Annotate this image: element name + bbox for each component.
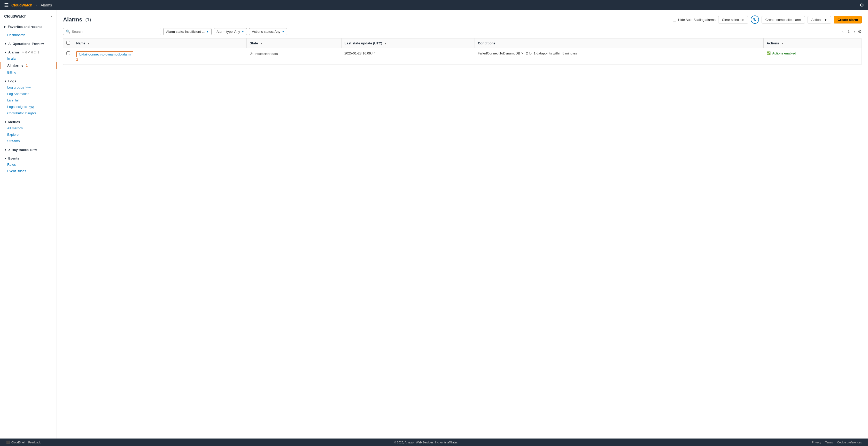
all-alarms-annotation: 1	[26, 64, 28, 67]
search-box[interactable]: 🔍	[63, 28, 161, 35]
sidebar-item-in-alarm[interactable]: In alarm	[0, 55, 57, 62]
alarm-type-filter[interactable]: Alarm type: Any ▼	[214, 28, 247, 35]
actions-enabled-label: Actions enabled	[772, 52, 796, 55]
cloudshell-label: CloudShell	[11, 441, 25, 444]
col-header-state: State ▼	[246, 38, 341, 48]
hide-auto-scaling-control[interactable]: Hide Auto Scaling alarms	[673, 18, 715, 22]
sidebar-in-alarm-label: In alarm	[7, 57, 20, 60]
cell-alarm-state: ⊘ Insufficient data	[246, 48, 341, 65]
actions-button[interactable]: Actions ▼	[808, 16, 831, 24]
sidebar-item-event-buses[interactable]: Event Buses	[0, 168, 57, 174]
table-row: fcj-fail-connect-to-dynamodb-alarm 2 ⊘ I…	[63, 48, 862, 65]
sidebar-item-billing[interactable]: Billing	[0, 69, 57, 76]
alarm-ok-icon: ✓	[28, 50, 30, 54]
all-metrics-label: All metrics	[7, 126, 23, 130]
alarm-state-filter-arrow: ▼	[206, 30, 209, 33]
state-sort-icon[interactable]: ▼	[260, 42, 262, 45]
terms-link[interactable]: Terms	[826, 441, 833, 444]
insufficient-data-icon: ⊘	[250, 52, 253, 56]
rules-label: Rules	[7, 163, 16, 167]
sidebar-item-log-groups[interactable]: Log groups New	[0, 84, 57, 91]
pagination-area: ‹ 1 › ⚙	[841, 29, 862, 34]
sidebar-item-dashboards[interactable]: Dashboards	[0, 32, 57, 38]
alarms-table: Name ▼ State ▼ Last state update (UTC) ▼	[63, 38, 862, 65]
table-header-row: Name ▼ State ▼ Last state update (UTC) ▼	[63, 38, 862, 48]
refresh-icon: ↻	[753, 17, 756, 22]
sidebar-title: CloudWatch	[4, 14, 27, 18]
feedback-link[interactable]: Feedback	[28, 441, 40, 444]
cloudshell-button[interactable]: ⬛ CloudShell	[6, 441, 25, 444]
sidebar-logs-group[interactable]: ▼ Logs	[0, 78, 57, 84]
menu-icon[interactable]: ☰	[4, 2, 9, 8]
sidebar-item-all-alarms[interactable]: All alarms 1	[0, 62, 57, 69]
sidebar-item-contributor-insights[interactable]: Contributor Insights	[0, 110, 57, 116]
state-label: Insufficient data	[254, 52, 278, 56]
sidebar-item-streams[interactable]: Streams	[0, 138, 57, 144]
create-composite-alarm-button[interactable]: Create composite alarm	[762, 16, 805, 24]
sidebar-xray-group[interactable]: ▼ X-Ray traces New	[0, 146, 57, 153]
cell-conditions: FailedConnectToDynamoDB >= 2 for 1 datap…	[475, 48, 764, 65]
cell-last-update: 2025-01-28 16:09:44	[341, 48, 475, 65]
alarm-type-filter-label: Alarm type: Any	[216, 30, 240, 34]
hide-auto-scaling-checkbox[interactable]	[673, 18, 676, 22]
page-title: Alarms	[63, 16, 83, 23]
hide-auto-scaling-label: Hide Auto Scaling alarms	[678, 18, 715, 22]
sidebar-item-rules[interactable]: Rules	[0, 161, 57, 168]
select-all-checkbox[interactable]	[66, 41, 70, 45]
sidebar-collapse-button[interactable]: ‹	[51, 14, 53, 18]
row-checkbox[interactable]	[66, 52, 70, 55]
actions-status-filter-label: Actions status: Any	[252, 30, 280, 34]
last-update-sort-icon[interactable]: ▼	[384, 42, 387, 45]
current-page: 1	[846, 30, 851, 34]
xray-new-badge: New	[30, 148, 37, 152]
footer: ⬛ CloudShell Feedback © 2025, Amazon Web…	[0, 439, 868, 446]
explorer-label: Explorer	[7, 133, 20, 137]
sidebar-item-explorer[interactable]: Explorer	[0, 131, 57, 138]
alarm-name-link[interactable]: fcj-fail-connect-to-dynamodb-alarm	[76, 52, 133, 57]
sidebar-item-live-tail[interactable]: Live Tail	[0, 97, 57, 103]
prev-page-button[interactable]: ‹	[841, 29, 845, 34]
refresh-button[interactable]: ↻	[751, 15, 759, 24]
brand-link[interactable]: CloudWatch	[11, 3, 32, 7]
clear-selection-button[interactable]: Clear selection	[718, 16, 748, 24]
sidebar-item-all-metrics[interactable]: All metrics	[0, 125, 57, 131]
top-bar: ☰ CloudWatch › Alarms ⚙	[0, 0, 868, 10]
sidebar-item-log-anomalies[interactable]: Log Anomalies	[0, 91, 57, 97]
create-alarm-button[interactable]: Create alarm	[834, 16, 862, 24]
name-sort-icon[interactable]: ▼	[87, 42, 90, 45]
sidebar-favorites[interactable]: ▶ Favorites and recents	[0, 23, 57, 30]
actions-enabled-icon: ✅	[767, 52, 771, 55]
cloudshell-icon: ⬛	[6, 441, 10, 444]
alarm-alert-icon: ⚠	[22, 50, 24, 54]
actions-sort-icon[interactable]: ▼	[781, 42, 783, 45]
alarm-state-filter[interactable]: Alarm state: Insufficient ... ▼	[163, 28, 212, 35]
event-buses-label: Event Buses	[7, 169, 26, 173]
main-content: Alarms (1) Hide Auto Scaling alarms Clea…	[57, 10, 868, 439]
top-settings-icon[interactable]: ⚙	[860, 3, 864, 8]
alarm-type-filter-arrow: ▼	[242, 30, 244, 33]
col-header-name: Name ▼	[73, 38, 246, 48]
log-groups-new-badge: New	[26, 86, 31, 89]
search-input[interactable]	[72, 30, 158, 34]
log-anomalies-label: Log Anomalies	[7, 92, 29, 96]
sidebar-header: CloudWatch ‹	[0, 10, 57, 22]
contributor-insights-label: Contributor Insights	[7, 111, 36, 115]
cell-alarm-name: fcj-fail-connect-to-dynamodb-alarm 2	[73, 48, 246, 65]
privacy-link[interactable]: Privacy	[812, 441, 821, 444]
sidebar-ai-operations[interactable]: ▼ AI Operations Preview	[0, 40, 57, 47]
copyright: © 2025, Amazon Web Services, Inc. or its…	[394, 441, 458, 444]
cell-actions-status: ✅ Actions enabled	[764, 48, 862, 65]
actions-label: Actions	[811, 18, 823, 22]
alarm-ok-count: 0	[31, 51, 33, 54]
alarm-state-filter-label: Alarm state: Insufficient ...	[166, 30, 205, 34]
sidebar-item-logs-insights[interactable]: Logs Insights New	[0, 103, 57, 110]
table-settings-icon[interactable]: ⚙	[858, 29, 862, 34]
cookie-link[interactable]: Cookie preferences	[837, 441, 862, 444]
sidebar-events-group[interactable]: ▼ Events	[0, 155, 57, 161]
alarm-name-annotation: 2	[76, 58, 243, 61]
actions-status-filter[interactable]: Actions status: Any ▼	[249, 28, 287, 35]
sidebar-alarms-group[interactable]: ▼ Alarms ⚠ 0 ✓ 0 ◌ 1	[0, 49, 57, 55]
sidebar-metrics-group[interactable]: ▼ Metrics	[0, 118, 57, 125]
next-page-button[interactable]: ›	[852, 29, 857, 34]
log-groups-label: Log groups	[7, 85, 24, 89]
